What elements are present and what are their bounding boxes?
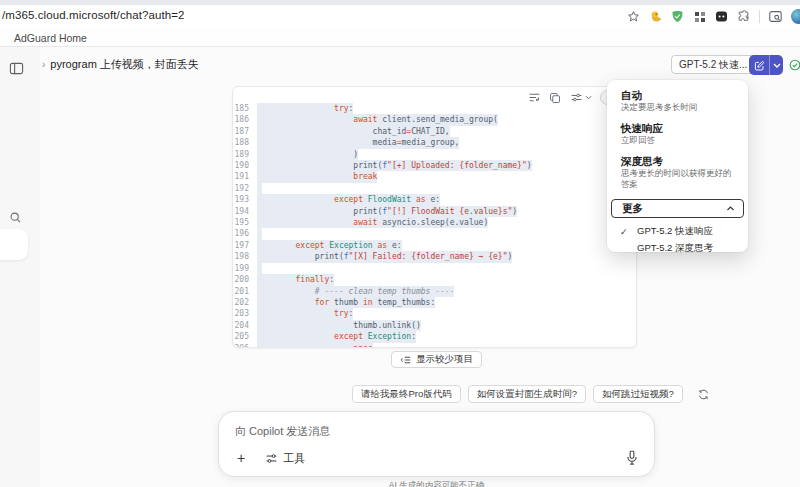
bookmark-star-icon[interactable] <box>627 10 640 23</box>
menu-option-subtitle: 思考更长的时间以获得更好的答案 <box>621 168 734 190</box>
selected-code-text: pass <box>257 343 373 347</box>
ai-disclaimer: AI 生成的内容可能不正确 <box>218 480 655 487</box>
code-line: 188 media=media_group, <box>233 137 636 148</box>
more-section-toggle[interactable]: 更多 <box>611 199 744 218</box>
code-options-button[interactable] <box>570 91 592 104</box>
search-icon[interactable] <box>9 211 25 227</box>
menu-option-title: 快速响应 <box>621 122 734 135</box>
selected-code-text <box>257 263 262 274</box>
line-number: 190 <box>233 160 257 171</box>
line-number: 200 <box>233 274 257 285</box>
line-number: 206 <box>233 343 257 347</box>
add-attachment-button[interactable]: + <box>233 450 249 466</box>
extension-adguard-icon[interactable] <box>671 10 684 23</box>
model-item-label: GPT-5.2 快速响应 <box>637 225 713 238</box>
message-input[interactable]: 向 Copilot 发送消息 <box>235 424 330 439</box>
suggestion-area: 请给我最终Pro版代码如何设置封面生成时间?如何跳过短视频? <box>352 385 711 403</box>
bookmarks-bar: AdGuard Home <box>0 28 800 47</box>
code-line: 195 await asyncio.sleep(e.value) <box>233 217 636 228</box>
selected-code-text: print(f"[X] Failed: {folder_name} → {e}"… <box>257 251 512 262</box>
selected-code-text: except Exception: <box>257 331 416 342</box>
selected-code-text: try: <box>257 103 353 114</box>
code-line: 200 finally: <box>233 274 636 285</box>
code-line: 187 chat_id=CHAT_ID, <box>233 126 636 137</box>
extensions-puzzle-icon[interactable] <box>737 10 750 23</box>
tools-button[interactable]: 工具 <box>265 451 305 466</box>
line-number: 193 <box>233 194 257 205</box>
collapse-list-icon <box>400 355 411 365</box>
menu-options: 自动决定要思考多长时间快速响应立即回答深度思考思考更长的时间以获得更好的答案 <box>607 89 748 190</box>
code-line: 191 break <box>233 171 636 182</box>
line-number: 201 <box>233 286 257 297</box>
code-line: 196 <box>233 228 636 239</box>
menu-option-title: 自动 <box>621 89 734 102</box>
code-line: 204 thumb.unlink() <box>233 320 636 331</box>
selected-code-text: await asyncio.sleep(e.value) <box>257 217 488 228</box>
extension-qr-icon[interactable] <box>693 10 706 23</box>
refresh-suggestions-icon[interactable] <box>696 387 711 402</box>
code-line: 199 <box>233 263 636 274</box>
selected-code-text: await client.send_media_group( <box>257 114 498 125</box>
sliders-icon <box>570 91 583 104</box>
new-chat-split-button[interactable] <box>749 55 783 75</box>
url-text[interactable]: /m365.cloud.microsoft/chat?auth=2 <box>2 9 185 21</box>
chat-title[interactable]: pyrogram 上传视频，封面丢失 <box>50 57 199 72</box>
show-less-button[interactable]: 显示较少项目 <box>391 351 482 368</box>
breadcrumb: › pyrogram 上传视频，封面丢失 <box>42 57 199 72</box>
menu-option-subtitle: 立即回答 <box>621 135 734 146</box>
line-number: 198 <box>233 251 257 262</box>
line-number: 191 <box>233 171 257 182</box>
line-number: 188 <box>233 137 257 148</box>
line-number: 205 <box>233 331 257 342</box>
line-number: 204 <box>233 320 257 331</box>
microphone-icon[interactable] <box>626 450 640 466</box>
show-less-label: 显示较少项目 <box>416 353 473 366</box>
copilot-app: › pyrogram 上传视频，封面丢失 GPT-5.2 快速... <box>0 47 800 487</box>
suggestion-chip[interactable]: 请给我最终Pro版代码 <box>352 385 461 403</box>
line-number: 187 <box>233 126 257 137</box>
model-item[interactable]: GPT-5.2 深度思考 <box>607 240 748 257</box>
line-number: 189 <box>233 149 257 160</box>
composer[interactable]: 向 Copilot 发送消息 + 工具 <box>218 411 655 477</box>
copy-icon[interactable] <box>549 91 562 104</box>
extension-duck-icon[interactable] <box>649 10 662 23</box>
status-check-icon[interactable] <box>789 59 800 71</box>
sidebar-highlight-card[interactable] <box>0 229 28 260</box>
menu-option[interactable]: 自动决定要思考多长时间 <box>607 89 748 113</box>
selected-code-text: try: <box>257 308 353 319</box>
compose-icon[interactable] <box>749 55 770 75</box>
toolbar-divider <box>759 10 760 23</box>
composer-toolbar: + 工具 <box>233 449 640 467</box>
selected-code-text: except Exception as e: <box>257 240 402 251</box>
selected-code-text: finally: <box>257 274 334 285</box>
extension-dark-icon[interactable] <box>715 10 728 23</box>
selected-code-text: print(f"[!] FloodWait {e.value}s") <box>257 206 517 217</box>
selected-code-text: thumb.unlink() <box>257 320 421 331</box>
split-chevron-down-icon[interactable] <box>770 55 783 75</box>
wrap-text-icon[interactable] <box>528 91 541 104</box>
side-panel-search-icon[interactable] <box>769 10 782 23</box>
code-line: 192 <box>233 183 636 194</box>
chevron-right-icon: › <box>42 59 45 70</box>
line-number: 196 <box>233 228 257 239</box>
model-selector-label: GPT-5.2 快速... <box>679 58 747 72</box>
code-line: 206 pass <box>233 343 636 347</box>
profile-avatar[interactable] <box>791 9 800 24</box>
selected-code-text <box>257 228 262 239</box>
selected-code-text: media=media_group, <box>257 137 459 148</box>
browser-url-bar[interactable]: /m365.cloud.microsoft/chat?auth=2 <box>0 5 800 28</box>
selected-code-text: except FloodWait as e: <box>257 194 440 205</box>
suggestion-chip[interactable]: 如何跳过短视频? <box>593 385 683 403</box>
line-number: 203 <box>233 308 257 319</box>
tools-label: 工具 <box>283 451 305 466</box>
menu-option[interactable]: 深度思考思考更长的时间以获得更好的答案 <box>607 155 748 190</box>
bookmark-adguard-home[interactable]: AdGuard Home <box>14 32 87 44</box>
selected-code-text: for thumb in temp_thumbs: <box>257 297 435 308</box>
code-line: 198 print(f"[X] Failed: {folder_name} → … <box>233 251 636 262</box>
sidebar-toggle-icon[interactable] <box>9 61 25 77</box>
menu-option[interactable]: 快速响应立即回答 <box>607 122 748 146</box>
model-item[interactable]: ✓GPT-5.2 快速响应 <box>607 223 748 240</box>
code-line: 194 print(f"[!] FloodWait {e.value}s") <box>233 206 636 217</box>
line-number: 186 <box>233 114 257 125</box>
suggestion-chip[interactable]: 如何设置封面生成时间? <box>468 385 586 403</box>
